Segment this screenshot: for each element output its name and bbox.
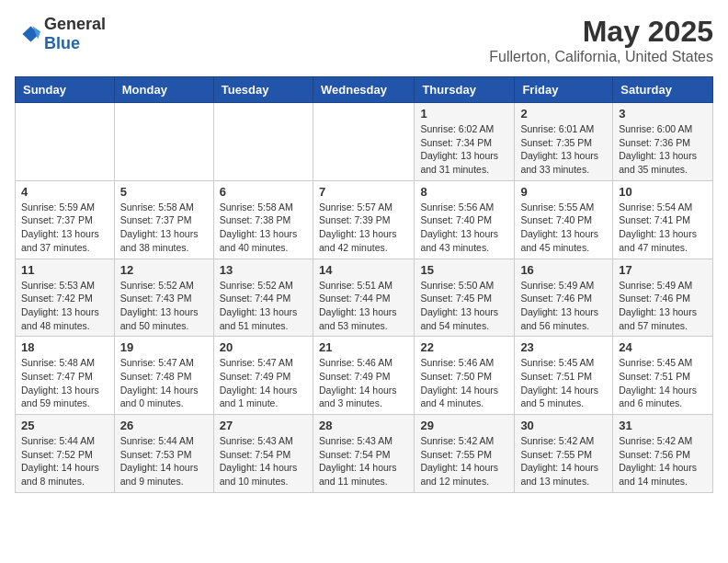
weekday-header-saturday: Saturday [613,77,713,103]
day-number: 18 [21,340,108,354]
calendar-cell: 25Sunrise: 5:44 AM Sunset: 7:52 PM Dayli… [16,415,115,493]
day-number: 25 [21,419,108,432]
calendar-cell: 3Sunrise: 6:00 AM Sunset: 7:36 PM Daylig… [613,103,713,181]
day-info: Sunrise: 6:00 AM Sunset: 7:36 PM Dayligh… [619,122,707,177]
day-info: Sunrise: 5:44 AM Sunset: 7:52 PM Dayligh… [21,434,108,488]
calendar-week-2: 4Sunrise: 5:59 AM Sunset: 7:37 PM Daylig… [16,180,713,259]
calendar-cell: 13Sunrise: 5:52 AM Sunset: 7:44 PM Dayli… [213,259,313,337]
calendar-cell: 23Sunrise: 5:45 AM Sunset: 7:51 PM Dayli… [515,337,613,415]
calendar-cell: 5Sunrise: 5:58 AM Sunset: 7:37 PM Daylig… [114,180,213,259]
day-number: 31 [619,419,707,432]
day-number: 21 [319,340,408,354]
day-number: 3 [619,107,707,121]
weekday-header-row: SundayMondayTuesdayWednesdayThursdayFrid… [16,77,713,103]
calendar-cell: 16Sunrise: 5:49 AM Sunset: 7:46 PM Dayli… [515,259,613,337]
calendar-cell: 26Sunrise: 5:44 AM Sunset: 7:53 PM Dayli… [114,415,213,493]
day-info: Sunrise: 5:58 AM Sunset: 7:38 PM Dayligh… [220,201,307,255]
day-number: 29 [420,419,508,432]
day-number: 14 [319,263,408,277]
calendar-cell: 24Sunrise: 5:45 AM Sunset: 7:51 PM Dayli… [613,337,713,415]
day-info: Sunrise: 5:43 AM Sunset: 7:54 PM Dayligh… [319,434,408,488]
calendar-cell: 11Sunrise: 5:53 AM Sunset: 7:42 PM Dayli… [16,259,115,337]
calendar-cell: 9Sunrise: 5:55 AM Sunset: 7:40 PM Daylig… [515,180,613,259]
calendar-cell: 1Sunrise: 6:02 AM Sunset: 7:34 PM Daylig… [415,103,515,181]
logo-blue: Blue [44,34,80,52]
day-number: 4 [21,185,108,199]
calendar-week-4: 18Sunrise: 5:48 AM Sunset: 7:47 PM Dayli… [16,337,713,415]
day-info: Sunrise: 5:43 AM Sunset: 7:54 PM Dayligh… [220,434,307,488]
calendar-cell: 7Sunrise: 5:57 AM Sunset: 7:39 PM Daylig… [313,180,414,259]
day-info: Sunrise: 5:52 AM Sunset: 7:43 PM Dayligh… [120,279,208,333]
weekday-header-sunday: Sunday [16,77,115,103]
weekday-header-wednesday: Wednesday [313,77,414,103]
weekday-header-friday: Friday [515,77,613,103]
day-info: Sunrise: 5:52 AM Sunset: 7:44 PM Dayligh… [220,279,307,333]
day-info: Sunrise: 5:46 AM Sunset: 7:50 PM Dayligh… [420,356,508,410]
day-number: 10 [619,185,707,199]
day-info: Sunrise: 5:42 AM Sunset: 7:55 PM Dayligh… [520,434,607,488]
day-number: 26 [120,419,208,432]
day-info: Sunrise: 6:02 AM Sunset: 7:34 PM Dayligh… [420,122,508,177]
calendar-week-1: 1Sunrise: 6:02 AM Sunset: 7:34 PM Daylig… [16,103,713,181]
day-number: 6 [220,185,307,199]
day-info: Sunrise: 5:58 AM Sunset: 7:37 PM Dayligh… [120,201,208,255]
calendar-cell: 20Sunrise: 5:47 AM Sunset: 7:49 PM Dayli… [213,337,313,415]
calendar-cell: 28Sunrise: 5:43 AM Sunset: 7:54 PM Dayli… [313,415,414,493]
logo-general: General [44,15,106,33]
logo: General Blue [15,15,106,53]
calendar-cell: 14Sunrise: 5:51 AM Sunset: 7:44 PM Dayli… [313,259,414,337]
weekday-header-monday: Monday [114,77,213,103]
day-number: 17 [619,263,707,277]
page-subtitle: Fullerton, California, United States [489,49,713,65]
day-info: Sunrise: 6:01 AM Sunset: 7:35 PM Dayligh… [520,122,607,177]
calendar-cell: 15Sunrise: 5:50 AM Sunset: 7:45 PM Dayli… [415,259,515,337]
day-info: Sunrise: 5:47 AM Sunset: 7:48 PM Dayligh… [120,356,208,410]
calendar-cell: 19Sunrise: 5:47 AM Sunset: 7:48 PM Dayli… [114,337,213,415]
day-number: 11 [21,263,108,277]
calendar-cell: 21Sunrise: 5:46 AM Sunset: 7:49 PM Dayli… [313,337,414,415]
day-number: 22 [420,340,508,354]
calendar-cell: 22Sunrise: 5:46 AM Sunset: 7:50 PM Dayli… [415,337,515,415]
title-block: May 2025 Fullerton, California, United S… [489,15,713,65]
calendar-cell: 30Sunrise: 5:42 AM Sunset: 7:55 PM Dayli… [515,415,613,493]
calendar-cell: 17Sunrise: 5:49 AM Sunset: 7:46 PM Dayli… [613,259,713,337]
day-number: 1 [420,107,508,121]
day-number: 2 [520,107,607,121]
calendar-cell: 2Sunrise: 6:01 AM Sunset: 7:35 PM Daylig… [515,103,613,181]
day-number: 7 [319,185,408,199]
day-info: Sunrise: 5:56 AM Sunset: 7:40 PM Dayligh… [420,201,508,255]
day-number: 27 [220,419,307,432]
day-number: 12 [120,263,208,277]
day-info: Sunrise: 5:42 AM Sunset: 7:55 PM Dayligh… [420,434,508,488]
day-info: Sunrise: 5:59 AM Sunset: 7:37 PM Dayligh… [21,201,108,255]
page-header: General Blue May 2025 Fullerton, Califor… [15,15,713,65]
day-number: 28 [319,419,408,432]
day-number: 23 [520,340,607,354]
calendar-cell: 12Sunrise: 5:52 AM Sunset: 7:43 PM Dayli… [114,259,213,337]
day-info: Sunrise: 5:45 AM Sunset: 7:51 PM Dayligh… [520,356,607,410]
day-info: Sunrise: 5:55 AM Sunset: 7:40 PM Dayligh… [520,201,607,255]
calendar-cell: 29Sunrise: 5:42 AM Sunset: 7:55 PM Dayli… [415,415,515,493]
day-info: Sunrise: 5:44 AM Sunset: 7:53 PM Dayligh… [120,434,208,488]
calendar-cell: 4Sunrise: 5:59 AM Sunset: 7:37 PM Daylig… [16,180,115,259]
calendar-cell: 6Sunrise: 5:58 AM Sunset: 7:38 PM Daylig… [213,180,313,259]
day-info: Sunrise: 5:47 AM Sunset: 7:49 PM Dayligh… [220,356,307,410]
calendar-cell [16,103,115,181]
logo-icon [15,21,40,47]
calendar-cell: 8Sunrise: 5:56 AM Sunset: 7:40 PM Daylig… [415,180,515,259]
day-info: Sunrise: 5:45 AM Sunset: 7:51 PM Dayligh… [619,356,707,410]
calendar-cell: 27Sunrise: 5:43 AM Sunset: 7:54 PM Dayli… [213,415,313,493]
day-info: Sunrise: 5:48 AM Sunset: 7:47 PM Dayligh… [21,356,108,410]
day-info: Sunrise: 5:46 AM Sunset: 7:49 PM Dayligh… [319,356,408,410]
page-title: May 2025 [489,15,713,49]
day-number: 8 [420,185,508,199]
day-number: 16 [520,263,607,277]
calendar-cell [213,103,313,181]
day-number: 30 [520,419,607,432]
day-info: Sunrise: 5:49 AM Sunset: 7:46 PM Dayligh… [520,279,607,333]
day-info: Sunrise: 5:54 AM Sunset: 7:41 PM Dayligh… [619,201,707,255]
day-number: 5 [120,185,208,199]
day-number: 13 [220,263,307,277]
calendar-week-5: 25Sunrise: 5:44 AM Sunset: 7:52 PM Dayli… [16,415,713,493]
day-number: 19 [120,340,208,354]
